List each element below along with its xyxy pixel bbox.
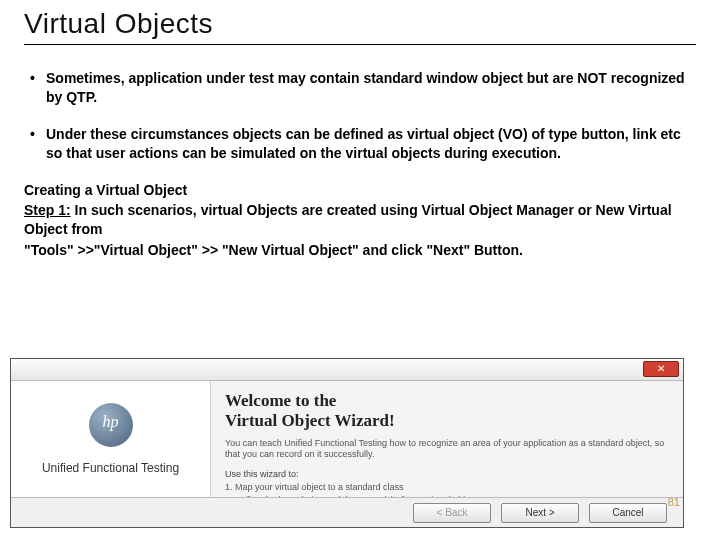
wizard-step: 1. Map your virtual object to a standard… <box>225 481 669 493</box>
wizard-list-label: Use this wizard to: <box>225 469 669 479</box>
wizard-sidebar: Unified Functional Testing <box>11 381 211 497</box>
wizard-titlebar: ✕ <box>11 359 683 381</box>
slide: Virtual Objects Sometimes, application u… <box>0 0 720 540</box>
bullet-item: Sometimes, application under test may co… <box>24 69 696 107</box>
wizard-content: Welcome to the Virtual Object Wizard! Yo… <box>211 381 683 497</box>
title-rule <box>24 44 696 45</box>
next-button[interactable]: Next > <box>501 503 579 523</box>
wizard-dialog: ✕ Unified Functional Testing Welcome to … <box>10 358 684 528</box>
bullet-list: Sometimes, application under test may co… <box>24 69 696 163</box>
bullet-item: Under these circumstances objects can be… <box>24 125 696 163</box>
close-icon[interactable]: ✕ <box>643 361 679 377</box>
wizard-step: 2. Define the boundaries and the parent(… <box>225 494 669 497</box>
step1-body: In such scenarios, virtual Objects are c… <box>24 202 672 237</box>
wizard-steps: 1. Map your virtual object to a standard… <box>225 481 669 497</box>
wizard-body: Unified Functional Testing Welcome to th… <box>11 381 683 497</box>
page-title: Virtual Objects <box>24 8 696 40</box>
page-number: 81 <box>668 496 680 508</box>
hp-logo-icon <box>89 403 133 447</box>
creating-heading: Creating a Virtual Object <box>24 181 696 200</box>
cancel-button[interactable]: Cancel <box>589 503 667 523</box>
wizard-heading: Welcome to the Virtual Object Wizard! <box>225 391 669 430</box>
step1-line: Step 1: In such scenarios, virtual Objec… <box>24 201 696 239</box>
wizard-heading-line2: Virtual Object Wizard! <box>225 411 395 430</box>
back-button: < Back <box>413 503 491 523</box>
path-line: "Tools" >>"Virtual Object" >> "New Virtu… <box>24 241 696 260</box>
wizard-description: You can teach Unified Functional Testing… <box>225 438 669 461</box>
step1-label: Step 1: <box>24 202 71 218</box>
wizard-heading-line1: Welcome to the <box>225 391 336 410</box>
product-name: Unified Functional Testing <box>21 461 200 475</box>
wizard-footer: < Back Next > Cancel <box>11 497 683 527</box>
